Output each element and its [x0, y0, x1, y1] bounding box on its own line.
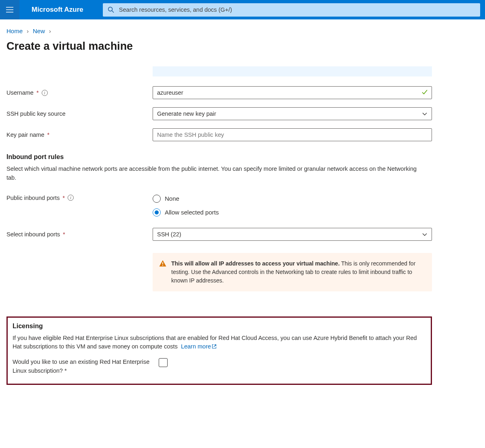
global-search[interactable]	[103, 3, 480, 17]
rhel-checkbox-label: Would you like to use an existing Red Ha…	[13, 358, 159, 376]
keypair-label: Key pair name*	[6, 132, 153, 138]
brand-label: Microsoft Azure	[19, 6, 103, 14]
svg-rect-2	[162, 262, 163, 265]
warning-callout: This will allow all IP addresses to acce…	[153, 253, 432, 291]
chevron-right-icon: ›	[49, 28, 51, 34]
chevron-right-icon: ›	[27, 28, 29, 34]
ssh-source-label: SSH public key source	[6, 110, 153, 117]
warning-icon	[159, 259, 166, 285]
inbound-desc: Select which virtual machine network por…	[6, 165, 423, 183]
radio-none[interactable]: None	[153, 195, 432, 203]
check-icon	[421, 89, 428, 97]
keypair-input[interactable]	[153, 128, 432, 141]
licensing-title: Licensing	[13, 323, 426, 330]
rhel-checkbox[interactable]	[159, 358, 168, 367]
ssh-source-select[interactable]: Generate new key pair	[153, 107, 432, 120]
username-label: Username* i	[6, 89, 153, 96]
inbound-title: Inbound port rules	[6, 153, 432, 161]
learn-more-link[interactable]: Learn more	[181, 343, 217, 350]
select-ports-label: Select inbound ports*	[6, 231, 153, 238]
external-link-icon	[212, 344, 217, 349]
top-bar: Microsoft Azure	[0, 0, 485, 19]
chevron-down-icon	[422, 231, 428, 237]
licensing-section: Licensing If you have eligible Red Hat E…	[6, 316, 432, 385]
search-input[interactable]	[119, 6, 475, 13]
breadcrumb: Home › New ›	[6, 28, 479, 34]
breadcrumb-home[interactable]: Home	[6, 28, 23, 34]
search-icon	[108, 6, 114, 13]
info-icon[interactable]: i	[42, 90, 48, 96]
radio-allow-selected[interactable]: Allow selected ports	[153, 208, 432, 217]
svg-line-1	[112, 11, 114, 13]
svg-rect-3	[162, 265, 163, 266]
licensing-desc: If you have eligible Red Hat Enterprise …	[13, 334, 426, 352]
username-input[interactable]	[153, 86, 432, 99]
breadcrumb-new[interactable]: New	[33, 28, 45, 34]
hamburger-icon	[6, 7, 13, 13]
svg-point-0	[108, 7, 112, 11]
page-title: Create a virtual machine	[6, 40, 479, 53]
info-strip	[153, 66, 432, 76]
chevron-down-icon	[422, 111, 428, 117]
hamburger-menu-button[interactable]	[0, 0, 19, 19]
public-ports-label: Public inbound ports* i	[6, 195, 153, 201]
select-ports-dropdown[interactable]: SSH (22)	[153, 228, 432, 241]
info-icon[interactable]: i	[68, 195, 74, 201]
